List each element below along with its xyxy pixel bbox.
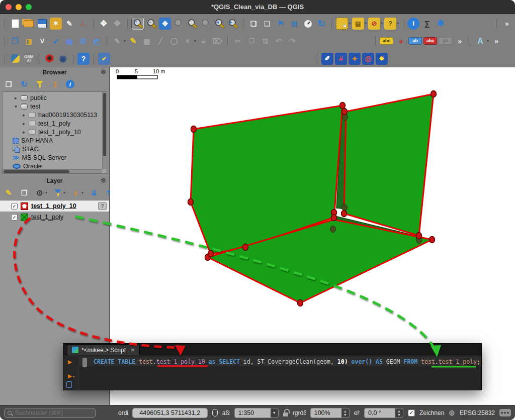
coordinate-field[interactable]: 4496051,3 5711431,2 <box>132 408 208 418</box>
crs-status[interactable]: EPSG:25832 <box>460 409 495 416</box>
vertex-tool-dropdown-icon[interactable]: ▾ <box>194 39 196 43</box>
annotation-toolbar-dropdown-icon[interactable]: ▾ <box>487 39 489 43</box>
manage-visibility-button[interactable]: ⊙ <box>35 188 45 198</box>
toolbar-style-manager-button[interactable]: ✶ <box>50 18 62 30</box>
messages-icon[interactable]: ●●● <box>499 409 511 416</box>
execute-script-icon[interactable]: ▶₊ <box>68 373 75 379</box>
toolbar-layer-labeling-button[interactable]: abc <box>380 37 393 45</box>
toolbar-plugin-color-picker-button[interactable]: ✐ <box>321 53 333 65</box>
layer-item-test-1-poly[interactable]: ✓test_1_poly <box>0 212 109 223</box>
expand-all-button[interactable]: ⇊ <box>89 188 99 198</box>
scale-combobox[interactable]: 1:350 ▼ <box>234 408 279 418</box>
layer-visibility-checkbox[interactable]: ✓ <box>11 214 18 221</box>
toolbar-pan-to-selection-button[interactable]: ✥ <box>111 18 123 30</box>
toolbar-select-features-button[interactable] <box>336 18 348 30</box>
toolbar-symbology-settings-button[interactable]: ∴ <box>77 18 89 30</box>
toolbar-new-shapefile-layer-button[interactable]: V <box>36 35 48 47</box>
browser-item-test[interactable]: ▾test <box>3 102 107 111</box>
toolbar-layer-diagram-button[interactable]: ◕ <box>395 35 407 47</box>
toolbar-highlight-pinned-labels-button[interactable]: abc <box>423 37 437 45</box>
toolbar-select-by-form-button[interactable]: ▤ <box>352 18 364 30</box>
browser-item-had00019130305113[interactable]: ▸had00019130305113 <box>3 111 107 119</box>
toolbar-zoom-in-button[interactable]: + <box>132 18 144 30</box>
toolbar-new-virtual-layer-button[interactable]: ⊞ <box>77 35 89 47</box>
browser-horizontal-scrollbar[interactable] <box>3 169 102 173</box>
script-tab[interactable]: *<mikee.> Script × <box>67 344 140 355</box>
search-input[interactable] <box>14 409 92 417</box>
magnifier-spinbox[interactable]: 100% ▲▼ <box>310 408 350 418</box>
collapse-all-button[interactable]: ↥ <box>50 79 60 89</box>
scale-dropdown-icon[interactable]: ▼ <box>271 408 278 417</box>
locator-search[interactable] <box>4 408 96 418</box>
browser-close-icon[interactable]: ⊗ <box>101 68 106 75</box>
tree-expander-icon[interactable]: ▸ <box>22 113 26 118</box>
extent-mouse-icon[interactable] <box>212 409 218 416</box>
toolbar-copy-features-button[interactable]: ❐ <box>245 35 258 47</box>
filter-expression-button[interactable]: ε <box>71 188 81 198</box>
script-icon[interactable] <box>66 381 72 388</box>
toolbar-zoom-next-button[interactable]: ▸ <box>227 18 239 30</box>
layer-visibility-checkbox[interactable]: ✓ <box>11 203 18 209</box>
toolbar-data-source-manager-button[interactable]: ❒ <box>9 35 21 47</box>
refresh-browser-button[interactable]: ↻ <box>19 79 29 89</box>
script-tab-close-icon[interactable]: × <box>131 346 135 354</box>
toolbar-current-edits-button[interactable]: ✎ <box>111 35 123 47</box>
toolbar-osm-place-search-button[interactable]: ◉ <box>57 53 69 65</box>
toolbar-zoom-last-button[interactable]: ◂ <box>213 18 225 30</box>
toolbar-paste-features-button[interactable]: ▤ <box>259 35 271 47</box>
toolbar-plugin-mask-button[interactable]: ◎ <box>362 53 374 65</box>
execute-statement-icon[interactable]: ▶ <box>68 359 72 365</box>
toolbar-pin-labels-button[interactable]: ab <box>408 37 422 45</box>
toolbar-new-spatial-bookmark-button[interactable]: ⚑ <box>275 18 287 30</box>
toolbar-zoom-native-button[interactable] <box>200 18 212 30</box>
magnifier-stepper[interactable]: ▲▼ <box>341 408 349 417</box>
toolbar-statistical-summary-button[interactable]: ∑ <box>421 18 433 30</box>
unknown-crs-badge[interactable]: ? <box>98 202 107 210</box>
open-layer-styling-button[interactable]: ✎ <box>4 188 14 198</box>
tree-expander-icon[interactable]: ▾ <box>14 104 18 109</box>
toolbar-redo-button[interactable]: ↷ <box>286 35 298 47</box>
toolbar-save-layer-edits-button[interactable]: ▦ <box>141 35 153 47</box>
layer-item-test-1-poly-10[interactable]: ✓test_1_poly_10? <box>0 200 109 212</box>
toolbar-options-button[interactable]: ✱ <box>435 18 447 30</box>
toolbar-toolbar-overflow-button[interactable]: » <box>454 35 466 47</box>
sql-editor[interactable]: ▶ ▶₊ CREATE TABLE test.test_1_poly_10 as… <box>63 355 481 390</box>
manage-visibility-dropdown-icon[interactable]: ▾ <box>45 190 47 195</box>
toolbar-zoom-out-button[interactable]: − <box>145 18 157 30</box>
toolbar-temporal-controller-button[interactable] <box>302 18 314 30</box>
toolbar-new-spatialite-layer-button[interactable]: ➶ <box>50 35 62 47</box>
close-window-button[interactable] <box>6 4 12 10</box>
toolbar-plugin-fox-button[interactable]: ✦ <box>349 53 361 65</box>
toolbar-select-by-value-button[interactable]: ? <box>384 18 396 30</box>
browser-item-test-1-poly-10[interactable]: ▸test_1_poly_10 <box>3 128 107 136</box>
tree-expander-icon[interactable]: ▸ <box>22 121 26 126</box>
toolbar-toggle-editing-button[interactable]: ✎ <box>127 35 139 47</box>
toolbar-python-console-button[interactable] <box>9 53 21 65</box>
browser-item-sap-hana[interactable]: SAP HANA <box>3 136 107 145</box>
filter-legend-button[interactable] <box>53 188 63 198</box>
toolbar-cut-features-button[interactable]: ✂ <box>232 35 244 47</box>
add-group-button[interactable]: ❒ <box>19 188 29 198</box>
toolbar-new-project-button[interactable] <box>9 18 21 30</box>
browser-item-ms-sql-server[interactable]: ≫MS SQL-Server <box>3 153 107 162</box>
toolbar-geometry-checker-button[interactable]: ✔ <box>98 53 110 65</box>
toolbar-save-project-button[interactable] <box>36 18 48 30</box>
layer-close-icon[interactable]: ⊗ <box>101 177 106 183</box>
toolbar-annotation-toolbar-button[interactable]: A <box>474 35 486 47</box>
toolbar-project-properties-button[interactable]: ✎ <box>63 18 75 30</box>
minimize-window-button[interactable] <box>16 4 22 10</box>
toolbar-show-bookmarks-button[interactable]: ▤ <box>288 18 300 30</box>
tree-expander-icon[interactable]: ▸ <box>14 95 18 100</box>
toolbar-vertex-tool-button[interactable]: ✕ <box>182 35 194 47</box>
scale-lock-icon[interactable] <box>283 412 288 416</box>
toolbar-osm-ai-button[interactable]: OSM AI <box>23 53 35 65</box>
toolbar-new-mesh-layer-button[interactable]: ◩ <box>91 35 103 47</box>
toolbar-pan-map-button[interactable]: ✥ <box>98 18 110 30</box>
browser-vertical-scrollbar[interactable] <box>102 92 107 169</box>
toolbar-refresh-button[interactable]: ↻ <box>315 18 327 30</box>
filter-legend-dropdown-icon[interactable]: ▾ <box>63 190 65 195</box>
toolbar-deselect-features-button[interactable]: ⊘ <box>368 18 380 30</box>
filter-expression-dropdown-icon[interactable]: ▾ <box>81 190 83 195</box>
toolbar-move-feature-button[interactable]: ◯ <box>168 35 180 47</box>
browser-item-test-1-poly[interactable]: ▸test_1_poly <box>3 119 107 128</box>
